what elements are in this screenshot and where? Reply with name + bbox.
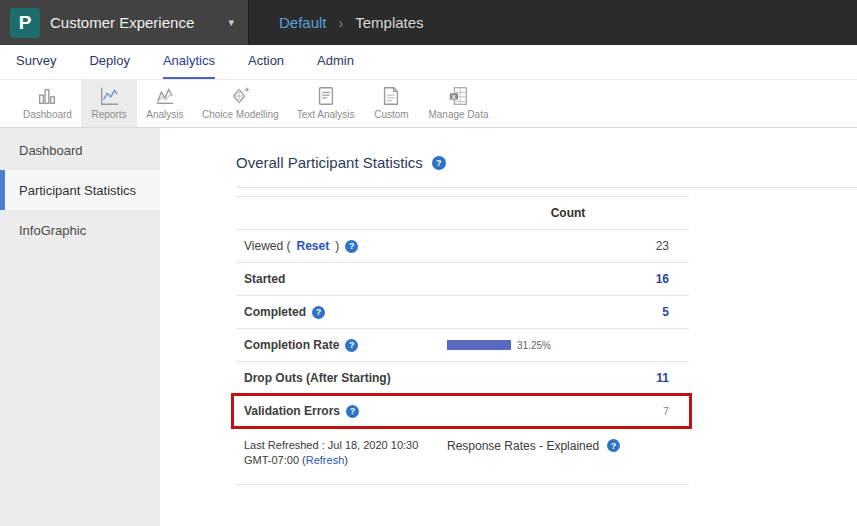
table-row-validation-errors: Validation Errors ? 7	[236, 395, 689, 428]
analytics-toolbar: Dashboard Reports Analysis	[0, 79, 857, 128]
page-title: Overall Participant Statistics	[236, 154, 423, 171]
toolbar-item-label: Dashboard	[23, 109, 72, 120]
help-icon[interactable]: ?	[345, 240, 358, 253]
viewed-count: 23	[447, 239, 689, 253]
nav-item-survey[interactable]: Survey	[16, 45, 56, 79]
completion-rate-percent: 31.25%	[517, 340, 551, 351]
nav-item-admin[interactable]: Admin	[317, 45, 354, 79]
row-label-validation-errors: Validation Errors ?	[236, 404, 447, 418]
response-rates-explained: Response Rates - Explained ?	[447, 438, 689, 468]
completed-count: 5	[447, 305, 689, 319]
toolbar-item-label: Analysis	[146, 109, 183, 120]
primary-nav: Survey Deploy Analytics Action Admin	[0, 45, 857, 79]
row-label-viewed: Viewed ( Reset ) ?	[236, 239, 447, 253]
viewed-label-close: )	[335, 239, 339, 253]
help-icon[interactable]: ?	[432, 156, 446, 170]
toolbar-item-choice-modelling[interactable]: Choice Modelling	[193, 80, 288, 127]
workspace-name: Customer Experience	[50, 14, 218, 31]
top-bar: P Customer Experience ▾ Default › Templa…	[0, 0, 857, 45]
row-label-completion-rate: Completion Rate ?	[236, 338, 447, 352]
participant-statistics-table: Count Viewed ( Reset ) ? 23 Started 16	[236, 196, 689, 485]
manage-data-icon: X	[447, 85, 469, 107]
completion-rate-label: Completion Rate	[244, 338, 339, 352]
nav-item-deploy[interactable]: Deploy	[89, 45, 129, 79]
content-area: Overall Participant Statistics ? Count V…	[160, 128, 857, 526]
sidebar-item-participant-statistics[interactable]: Participant Statistics	[0, 170, 160, 210]
refresh-link[interactable]: Refresh	[306, 454, 345, 466]
table-row-started: Started 16	[236, 263, 689, 296]
row-label-started: Started	[236, 272, 447, 286]
viewed-label: Viewed (	[244, 239, 290, 253]
validation-errors-count: 7	[447, 405, 689, 417]
started-count: 16	[447, 272, 689, 286]
toolbar-item-label: Custom	[374, 109, 408, 120]
reports-line-chart-icon	[98, 85, 120, 107]
last-refreshed-close: )	[344, 454, 348, 466]
choice-modelling-icon	[229, 85, 251, 107]
validation-errors-label: Validation Errors	[244, 404, 340, 418]
main-layout: Dashboard Participant Statistics InfoGra…	[0, 128, 857, 526]
toolbar-item-text-analysis[interactable]: Text Analysis	[288, 80, 364, 127]
svg-text:X: X	[452, 94, 456, 100]
toolbar-item-label: Reports	[91, 109, 126, 120]
table-row-viewed: Viewed ( Reset ) ? 23	[236, 230, 689, 263]
completion-rate-bar-track: 31.25%	[447, 340, 652, 351]
table-row-completion-rate: Completion Rate ? 31.25%	[236, 329, 689, 362]
toolbar-item-reports[interactable]: Reports	[81, 80, 137, 127]
table-row-completed: Completed ? 5	[236, 296, 689, 329]
analysis-chart-icon	[154, 85, 176, 107]
toolbar-item-analysis[interactable]: Analysis	[137, 80, 193, 127]
toolbar-item-custom[interactable]: Custom	[363, 80, 419, 127]
count-column-header: Count	[447, 206, 689, 220]
dashboard-bars-icon	[36, 85, 58, 107]
row-label-completed: Completed ?	[236, 305, 447, 319]
sidebar-item-dashboard[interactable]: Dashboard	[0, 130, 160, 170]
row-label-drop-outs: Drop Outs (After Starting)	[236, 371, 447, 385]
last-refreshed-text: Last Refreshed : Jul 18, 2020 10:30 GMT-…	[236, 438, 447, 468]
page-title-row: Overall Participant Statistics ?	[236, 154, 857, 188]
custom-report-icon	[380, 85, 402, 107]
table-header-row: Count	[236, 197, 689, 230]
nav-item-analytics[interactable]: Analytics	[163, 45, 215, 79]
nav-item-action[interactable]: Action	[248, 45, 284, 79]
completed-label: Completed	[244, 305, 306, 319]
chevron-down-icon: ▾	[228, 16, 238, 29]
breadcrumb: Default › Templates	[249, 0, 424, 45]
toolbar-item-label: Text Analysis	[297, 109, 355, 120]
breadcrumb-item-default[interactable]: Default	[279, 14, 327, 31]
reports-sidebar: Dashboard Participant Statistics InfoGra…	[0, 128, 160, 526]
help-icon[interactable]: ?	[346, 405, 359, 418]
toolbar-item-label: Choice Modelling	[202, 109, 279, 120]
questionpro-logo[interactable]: P	[10, 8, 40, 38]
toolbar-item-manage-data[interactable]: X Manage Data	[419, 80, 497, 127]
table-row-drop-outs: Drop Outs (After Starting) 11	[236, 362, 689, 395]
reset-link[interactable]: Reset	[296, 239, 329, 253]
help-icon[interactable]: ?	[312, 306, 325, 319]
drop-outs-count: 11	[447, 371, 689, 385]
help-icon[interactable]: ?	[607, 439, 620, 452]
breadcrumb-separator-icon: ›	[339, 15, 344, 31]
toolbar-item-label: Manage Data	[428, 109, 488, 120]
help-icon[interactable]: ?	[345, 339, 358, 352]
text-analysis-icon	[315, 85, 337, 107]
response-rates-label: Response Rates - Explained	[447, 439, 599, 453]
toolbar-item-dashboard[interactable]: Dashboard	[14, 80, 81, 127]
sidebar-item-infographic[interactable]: InfoGraphic	[0, 210, 160, 250]
workspace-selector[interactable]: P Customer Experience ▾	[0, 0, 249, 45]
last-refreshed-line1: Last Refreshed : Jul 18, 2020 10:30	[244, 439, 418, 451]
completion-rate-bar	[447, 340, 511, 350]
breadcrumb-item-templates: Templates	[355, 14, 423, 31]
last-refreshed-prefix: GMT-07:00 (	[244, 454, 306, 466]
table-footer: Last Refreshed : Jul 18, 2020 10:30 GMT-…	[236, 428, 689, 485]
completion-rate-cell: 31.25%	[447, 340, 689, 351]
